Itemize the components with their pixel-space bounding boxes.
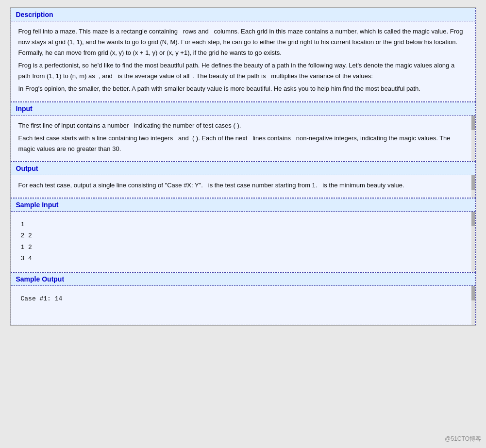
sample-output-section: Sample Output Case #1: 14 — [11, 272, 476, 325]
input-scrollbar-thumb[interactable] — [471, 116, 475, 130]
description-section: Description Frog fell into a maze. This … — [11, 8, 476, 102]
sample-output-content: Case #1: 14 — [11, 286, 475, 325]
description-content: Frog fell into a maze. This maze is a re… — [11, 21, 475, 101]
input-para-1: The first line of input contains a numbe… — [18, 120, 468, 131]
sample-input-code: 1 2 2 1 2 3 4 — [21, 219, 466, 265]
watermark: @51CTO博客 — [445, 435, 481, 443]
output-scrollbar[interactable] — [471, 175, 475, 198]
sample-output-code: Case #1: 14 — [21, 293, 466, 304]
input-scrollbar[interactable] — [471, 116, 475, 161]
input-content: The first line of input contains a numbe… — [11, 116, 475, 161]
output-scrollbar-thumb[interactable] — [471, 175, 475, 190]
output-para-1: For each test case, output a single line… — [18, 180, 468, 191]
sample-input-scrollbar[interactable] — [471, 212, 475, 272]
sample-input-content: 1 2 2 1 2 3 4 — [11, 212, 475, 272]
output-content: For each test case, output a single line… — [11, 175, 475, 198]
description-para-3: In Frog's opinion, the smaller, the bett… — [18, 83, 468, 94]
input-para-2: Each test case starts with a line contai… — [18, 133, 468, 154]
sample-input-scrollbar-thumb[interactable] — [471, 212, 475, 226]
sample-output-scrollbar[interactable] — [471, 286, 475, 325]
sample-input-header: Sample Input — [11, 199, 475, 212]
sample-output-header: Sample Output — [11, 273, 475, 286]
sample-output-scrollbar-thumb[interactable] — [471, 286, 475, 300]
sample-input-section: Sample Input 1 2 2 1 2 3 4 — [11, 198, 476, 272]
input-section: Input The first line of input contains a… — [11, 102, 476, 162]
description-header: Description — [11, 8, 475, 21]
description-para-1: Frog fell into a maze. This maze is a re… — [18, 26, 468, 58]
output-section: Output For each test case, output a sing… — [11, 162, 476, 198]
main-container: Description Frog fell into a maze. This … — [10, 7, 476, 326]
input-header: Input — [11, 102, 475, 116]
description-para-2: Frog is a perfectionist, so he'd like to… — [18, 60, 468, 82]
output-header: Output — [11, 162, 475, 175]
